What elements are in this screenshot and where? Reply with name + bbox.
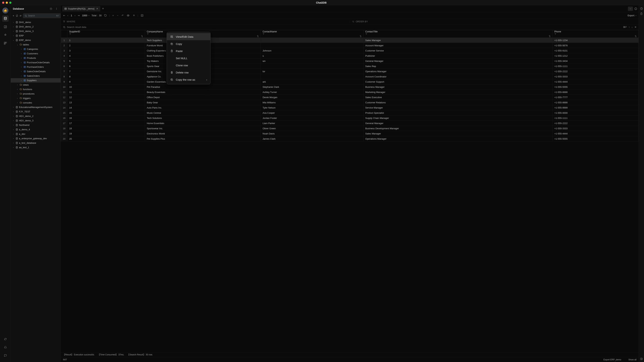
col-phone[interactable]: Phone⇅ [552,30,638,38]
filter-icon[interactable] [262,33,362,35]
table-row[interactable]: 1111Beauty EssentialsAshley TurnerMarket… [61,89,639,95]
cell[interactable]: +1-555-3434 [552,58,638,64]
cell[interactable]: 1 [68,38,145,43]
chevron-icon[interactable]: › [20,48,22,50]
undo-button[interactable]: ↶ [121,14,124,17]
cell[interactable]: +1-555-5555 [552,84,638,89]
cell[interactable] [261,74,364,79]
cell[interactable]: 6 [68,64,145,69]
tree-item-functions[interactable]: ›functions [11,87,61,91]
cell[interactable]: +1-555-0000 [552,110,638,115]
tree-item-salesorders[interactable]: ›SalesOrders [11,74,61,78]
cell[interactable]: 15 [68,110,145,115]
search-close-button[interactable]: ✕ [634,26,636,28]
next-page-button[interactable]: › [74,14,76,17]
where-filter[interactable]: WHERE [61,20,350,23]
chevron-icon[interactable]: › [12,137,15,139]
cell[interactable]: 8 [68,74,145,79]
cell[interactable]: Sales Manager [364,131,552,136]
cell[interactable]: Tech Solutions [145,115,261,121]
page-input[interactable] [70,14,73,17]
cell[interactable]: Tyler Nelson [261,105,364,110]
tree-item-triggers[interactable]: ›triggers [11,96,61,100]
table-row[interactable]: 77Gemstone Inc.lorOperations Manager+1-5… [61,69,639,74]
cell[interactable]: James Clark [261,136,364,141]
cell[interactable]: Baby Gear [145,100,261,105]
cell[interactable]: 19 [68,131,145,136]
chevron-icon[interactable]: › [12,111,15,113]
prev-page-button[interactable]: ‹ [67,14,69,17]
ctx-item-paste[interactable]: Paste [167,47,210,54]
clipboard-icon[interactable] [640,12,643,15]
sort-icon[interactable]: ⇅ [360,35,362,37]
footer-export[interactable]: Export ERP_demo [604,359,621,361]
table-row[interactable]: 33Clothing ExportersJohnsonCustomer Serv… [61,48,639,53]
table-row[interactable]: 66Sports GearSales Rep+1-555-1111 [61,64,639,69]
table-row[interactable]: 11Tech SuppliersSales Manager+1-555-1234 [61,38,639,43]
ctx-item-delete-row[interactable]: Delete row [167,69,210,76]
ai-chat-icon[interactable] [2,32,8,38]
chevron-icon[interactable]: › [20,79,22,81]
cell[interactable]: Music Central [145,110,261,115]
table-row[interactable]: 1616Tech SolutionsJordan FosterSupply Ch… [61,115,639,121]
cell[interactable]: Noah Davis [261,131,364,136]
cell[interactable] [261,38,364,43]
tree-item-dhx_demo_3[interactable]: ›DHX_demo_3 [11,29,61,33]
table-row[interactable]: 22Furniture WorldAccount Manager+1-555-5… [61,43,639,48]
ctx-item-copy[interactable]: Copy [167,40,210,47]
tree-item-educationalmanagementsystem[interactable]: ›EducationalManagementSystem [11,105,61,109]
cell[interactable]: Electronics World [145,131,261,136]
cell[interactable]: Office Depot [145,95,261,100]
tree-item-a_enterprise_gateway_dev[interactable]: ›a_enterprise_gateway_dev [11,136,61,141]
tree-item-a_demo_4[interactable]: ›a_demo_4 [11,127,61,132]
chevron-icon[interactable]: › [16,93,18,95]
cell[interactable]: +1-555-1234 [552,38,638,43]
sort-icon[interactable]: ⇅ [635,35,637,37]
cell[interactable]: +1-555-2222 [552,69,638,74]
database-icon[interactable] [2,15,8,22]
cell[interactable]: +1-555-7777 [552,95,638,100]
cell[interactable]: Account Manager [364,43,552,48]
cell[interactable]: 18 [68,126,145,131]
tabs-dropdown-icon[interactable] [628,6,633,11]
minimize-window-button[interactable] [6,1,8,4]
cell[interactable]: 3 [68,48,145,53]
info-icon[interactable] [634,7,637,10]
cell[interactable]: Auto Parts Inc. [145,105,261,110]
footer-showall[interactable]: Show all [628,359,636,361]
tree-item-hex_demo_3[interactable]: ›HEX_demo_3 [11,118,61,123]
tree-item-hex_demo_2[interactable]: ›HEX_demo_2 [11,114,61,118]
cell[interactable]: General Manager [364,58,552,64]
table-row[interactable]: 1414Auto Parts Inc.Tyler NelsonService M… [61,105,639,110]
table-row[interactable]: 2020Pet Supplies PlusJames ClarkOperatio… [61,136,639,141]
chevron-icon[interactable]: › [20,52,22,54]
cell[interactable]: +1-555-4444 [552,131,638,136]
cell[interactable]: 10 [68,84,145,89]
cell[interactable]: +1-555-3333 [552,126,638,131]
table-row[interactable]: 55Toy MakerswnGeneral Manager+1-555-3434 [61,58,639,64]
cell[interactable]: Ashley Turner [261,89,364,95]
cell[interactable]: 17 [68,121,145,126]
cell[interactable]: Customer Support [364,79,552,84]
tree-item-dhx_demo_2[interactable]: ›DHX_demo_2 [11,24,61,29]
chevron-icon[interactable]: › [12,35,15,37]
chevron-icon[interactable]: › [12,124,15,126]
cell[interactable]: Oliver Green [261,126,364,131]
grid-search-input[interactable] [67,26,622,28]
cell[interactable]: Operations Manager [364,136,552,141]
cell[interactable]: Operations Manager [364,69,552,74]
tree-search[interactable]: ⌘F [23,13,61,18]
tree-item-erp_demo[interactable]: ⌄ERP_demo [11,38,61,42]
chevron-icon[interactable]: › [12,21,15,23]
cell[interactable]: Jordan Foster [261,115,364,121]
chevron-icon[interactable]: › [20,75,22,77]
cell[interactable]: +1-555-1212 [552,53,638,58]
add-connection-icon[interactable] [49,6,53,11]
search-prev-button[interactable]: ↑ [628,26,630,28]
cell[interactable]: s [261,53,364,58]
chevron-icon[interactable]: › [12,146,15,148]
cell[interactable] [261,64,364,69]
chevron-icon[interactable]: ⌄ [12,39,15,41]
table-row[interactable]: 88Appliance Co.Account Coordinator+1-555… [61,74,639,79]
close-window-button[interactable] [2,1,4,4]
